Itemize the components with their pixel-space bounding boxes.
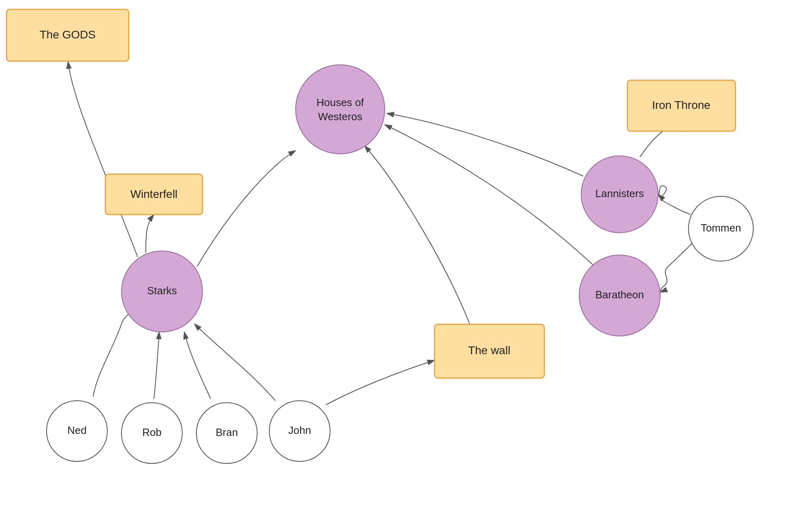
node-the-wall-label: The wall — [468, 344, 510, 357]
edge-baratheon-houses — [385, 125, 595, 267]
edge-tommen-lannisters — [658, 186, 691, 215]
node-baratheon-label: Baratheon — [595, 289, 644, 301]
node-iron-throne-label: Iron Throne — [652, 99, 710, 111]
node-houses-of-westeros[interactable] — [296, 65, 385, 154]
node-houses-of-westeros-label: Houses of — [316, 96, 364, 108]
edge-lannisters-houses — [387, 113, 583, 176]
node-lannisters-label: Lannisters — [595, 187, 644, 200]
node-ned-label: Ned — [67, 424, 87, 436]
node-winterfell-label: Winterfell — [130, 188, 178, 200]
node-tommen-label: Tommen — [701, 222, 741, 234]
edge-john-wall — [326, 360, 435, 405]
edge-bran-starks — [184, 332, 211, 399]
node-bran-label: Bran — [216, 426, 238, 438]
edge-rob-starks — [154, 332, 159, 399]
edge-starks-winterfell — [146, 215, 154, 253]
node-starks-label: Starks — [147, 285, 177, 297]
node-houses-of-westeros-label2: Westeros — [318, 110, 362, 123]
edge-wall-houses — [364, 146, 470, 324]
edge-starks-houses — [197, 151, 296, 266]
edge-starks-gods — [68, 62, 138, 257]
node-the-gods-label: The GODS — [40, 28, 96, 41]
edge-tommen-baratheon — [660, 243, 693, 292]
node-john-label: John — [288, 424, 311, 436]
node-rob-label: Rob — [142, 426, 162, 438]
